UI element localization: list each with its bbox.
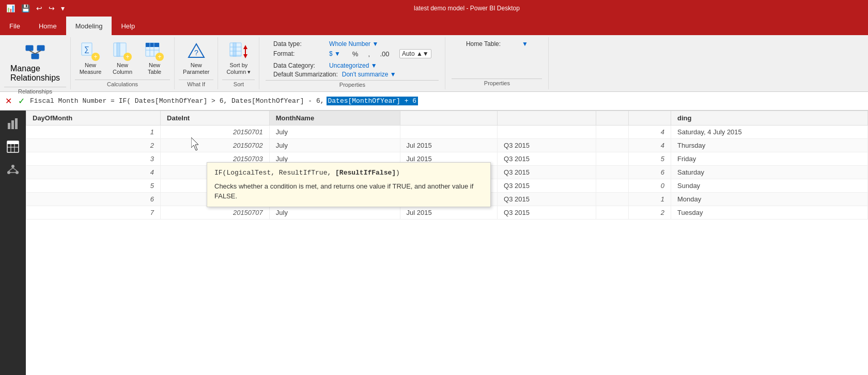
ribbon-group-home-table: Home Table: ▼ Properties bbox=[445, 37, 549, 89]
format-value[interactable]: $ ▼ bbox=[329, 50, 340, 57]
svg-text:+: + bbox=[158, 53, 162, 60]
col-header-ding[interactable]: ding bbox=[671, 111, 868, 126]
tab-home[interactable]: Home bbox=[29, 17, 66, 35]
svg-text:∑: ∑ bbox=[84, 45, 89, 53]
cell-col5-7: Q3 2015 bbox=[498, 206, 596, 220]
new-parameter-button[interactable]: ? NewParameter bbox=[179, 39, 213, 77]
cell-col4-2: Jul 2015 bbox=[400, 139, 498, 152]
formula-bar: ✕ ✓ Fiscal Month Number = IF( Dates[Mont… bbox=[0, 92, 868, 111]
tooltip-description: Checks whether a condition is met, and r… bbox=[214, 181, 483, 201]
default-summarization-label: Default Summarization: bbox=[273, 71, 338, 78]
formula-accept-button[interactable]: ✓ bbox=[17, 95, 26, 107]
format-decimal[interactable]: .00 bbox=[380, 50, 390, 58]
new-measure-button[interactable]: ∑ + NewMeasure bbox=[75, 39, 106, 77]
sidebar-icon-network[interactable] bbox=[4, 160, 22, 179]
sort-group-label: Sort bbox=[222, 80, 255, 87]
data-type-value[interactable]: Whole Number ▼ bbox=[329, 40, 378, 48]
cell-col6-1 bbox=[596, 126, 629, 139]
new-measure-icon: ∑ + bbox=[80, 41, 101, 62]
svg-marker-27 bbox=[243, 45, 247, 49]
new-column-button[interactable]: + NewColumn bbox=[107, 39, 138, 77]
new-table-button[interactable]: + NewTable bbox=[139, 39, 170, 77]
sort-buttons: Sort byColumn ▾ bbox=[222, 39, 255, 77]
default-summarization-row: Default Summarization: Don't summarize ▼ bbox=[273, 71, 431, 78]
sort-by-column-button[interactable]: Sort byColumn ▾ bbox=[222, 39, 255, 77]
properties-group-label: Properties bbox=[266, 80, 439, 88]
default-summarization-value[interactable]: Don't summarize ▼ bbox=[342, 71, 396, 78]
tab-help[interactable]: Help bbox=[112, 17, 144, 35]
sidebar-icon-bar-chart[interactable] bbox=[4, 115, 22, 133]
cell-col5-5: Q3 2015 bbox=[498, 179, 596, 193]
data-category-value[interactable]: Uncategorized ▼ bbox=[329, 62, 377, 69]
svg-rect-2 bbox=[32, 54, 39, 59]
format-comma[interactable]: , bbox=[368, 50, 370, 58]
cell-ding-7: Tuesday bbox=[671, 206, 868, 220]
formula-tooltip: IF(LogicalTest, ResultIfTrue, [ResultIfF… bbox=[207, 162, 491, 207]
save-icon[interactable]: 💾 bbox=[19, 3, 32, 13]
new-table-icon: + bbox=[144, 41, 165, 62]
col-header-col5[interactable] bbox=[498, 111, 596, 126]
undo-icon[interactable]: ↩ bbox=[34, 3, 44, 13]
sort-by-column-label: Sort byColumn ▾ bbox=[226, 62, 251, 75]
col-header-col6[interactable] bbox=[596, 111, 629, 126]
formula-cancel-button[interactable]: ✕ bbox=[4, 95, 13, 107]
col-header-dateint[interactable]: DateInt bbox=[161, 111, 270, 126]
data-category-label: Data Category: bbox=[273, 62, 325, 69]
col-header-col4[interactable] bbox=[400, 111, 498, 126]
svg-rect-32 bbox=[15, 118, 18, 129]
svg-rect-14 bbox=[146, 43, 159, 47]
table-row: 7 20150707 July Jul 2015 Q3 2015 2 Tuesd… bbox=[26, 206, 868, 220]
svg-line-41 bbox=[9, 168, 13, 171]
sidebar-icon-table[interactable] bbox=[4, 137, 22, 156]
svg-text:?: ? bbox=[194, 49, 198, 57]
tab-modeling[interactable]: Modeling bbox=[66, 17, 112, 35]
new-column-label: NewColumn bbox=[113, 62, 132, 75]
format-auto[interactable]: Auto ▲▼ bbox=[399, 49, 431, 58]
home-table-value[interactable]: ▼ bbox=[522, 40, 528, 48]
svg-rect-10 bbox=[117, 43, 120, 56]
svg-rect-34 bbox=[7, 141, 19, 144]
cell-col7-7: 2 bbox=[629, 206, 671, 220]
cell-ding-3: Friday bbox=[671, 152, 868, 166]
cell-col6-3 bbox=[596, 152, 629, 166]
new-parameter-icon: ? bbox=[186, 41, 207, 62]
whatif-group-label: What If bbox=[179, 80, 213, 87]
data-type-label: Data type: bbox=[273, 40, 325, 48]
title-bar-icons: 📊 💾 ↩ ↪ ▾ bbox=[4, 3, 67, 13]
home-table-group-label: Properties bbox=[452, 79, 542, 86]
redo-icon[interactable]: ↪ bbox=[47, 3, 57, 13]
cell-dayofmonth-5: 5 bbox=[26, 179, 161, 193]
customize-icon[interactable]: ▾ bbox=[59, 3, 67, 13]
col-header-monthname[interactable]: MonthName bbox=[269, 111, 400, 126]
cell-col6-5 bbox=[596, 179, 629, 193]
cell-dayofmonth-4: 4 bbox=[26, 166, 161, 179]
cell-col6-7 bbox=[596, 206, 629, 220]
cell-monthname-1: July bbox=[269, 126, 400, 139]
svg-point-38 bbox=[11, 165, 14, 168]
tab-file[interactable]: File bbox=[0, 17, 29, 35]
app-logo-icon: 📊 bbox=[4, 3, 17, 13]
cell-ding-4: Saturday bbox=[671, 166, 868, 179]
formula-text[interactable]: Fiscal Month Number = IF( Dates[MonthOfY… bbox=[30, 97, 864, 105]
new-measure-label: NewMeasure bbox=[80, 62, 102, 75]
cell-dateint-1: 20150701 bbox=[161, 126, 270, 139]
cell-monthname-2: July bbox=[269, 139, 400, 152]
cell-col5-6: Q3 2015 bbox=[498, 193, 596, 206]
cell-col5-4: Q3 2015 bbox=[498, 166, 596, 179]
col-header-dayofmonth[interactable]: DayOfMonth bbox=[26, 111, 161, 126]
cell-ding-2: Thursday bbox=[671, 139, 868, 152]
cell-ding-5: Sunday bbox=[671, 179, 868, 193]
cell-ding-1: Saturday, 4 July 2015 bbox=[671, 126, 868, 139]
cell-col5-3: Q3 2015 bbox=[498, 152, 596, 166]
manage-relationships-label: ManageRelationships bbox=[10, 64, 60, 83]
svg-rect-31 bbox=[11, 120, 14, 129]
main-content: DayOfMonth DateInt MonthName ding 1 2015… bbox=[0, 111, 868, 375]
new-parameter-label: NewParameter bbox=[183, 62, 209, 75]
manage-relationships-button[interactable]: ManageRelationships bbox=[4, 39, 66, 85]
col-header-col7[interactable] bbox=[629, 111, 671, 126]
cell-col7-2: 4 bbox=[629, 139, 671, 152]
ribbon-group-sort: Sort byColumn ▾ Sort bbox=[218, 37, 259, 89]
cell-col7-6: 1 bbox=[629, 193, 671, 206]
format-percent[interactable]: % bbox=[352, 50, 359, 58]
formula-selected-part: Dates[MonthOfYear] + 6 bbox=[327, 97, 419, 105]
